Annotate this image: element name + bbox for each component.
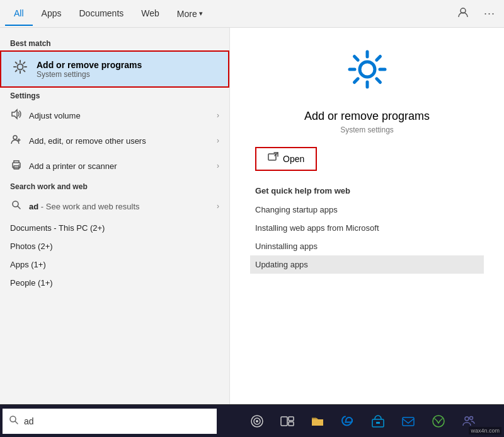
svg-point-6 [18, 165, 20, 166]
people-category[interactable]: People (1+) [0, 274, 229, 292]
tab-more[interactable]: More ▾ [168, 3, 212, 25]
svg-rect-14 [281, 417, 287, 426]
chevron-down-icon: ▾ [199, 9, 203, 18]
person-icon[interactable] [454, 3, 472, 25]
tab-documents[interactable]: Documents [70, 2, 132, 26]
taskbar-search-input[interactable] [24, 416, 210, 426]
settings-label: Settings [0, 88, 229, 103]
best-match-title: Add or remove programs [37, 60, 142, 70]
left-panel: Best match Add or remove programs System… [0, 28, 230, 404]
add-printer-item[interactable]: Add a printer or scanner › [0, 153, 229, 178]
quick-help-section: Get quick help from web Changing startup… [243, 186, 491, 274]
volume-icon [10, 108, 23, 122]
quick-help-item-3[interactable]: Updating apps [250, 255, 484, 274]
add-users-label: Add, edit, or remove other users [29, 136, 210, 146]
search-web-icon [10, 199, 23, 213]
taskbar-search-icon [9, 415, 19, 428]
add-printer-label: Add a printer or scanner [29, 161, 210, 171]
right-panel: Add or remove programs System settings O… [230, 28, 504, 404]
quick-help-item-1[interactable]: Installing web apps from Microsoft [255, 219, 479, 237]
taskbar [0, 404, 504, 437]
watermark: wax4n.com [469, 427, 501, 434]
open-button[interactable]: Open [255, 147, 317, 171]
top-nav: All Apps Documents Web More ▾ ··· [0, 0, 504, 28]
add-users-item[interactable]: Add, edit, or remove other users › [0, 128, 229, 153]
svg-point-1 [18, 64, 23, 70]
documents-category[interactable]: Documents - This PC (2+) [0, 219, 229, 237]
svg-point-20 [433, 416, 444, 427]
svg-point-13 [256, 420, 258, 422]
gear-large-icon [345, 47, 390, 102]
nav-actions: ··· [454, 3, 499, 25]
svg-rect-9 [268, 154, 276, 160]
svg-point-21 [465, 417, 469, 421]
cortana-icon[interactable] [243, 407, 271, 435]
open-label: Open [283, 154, 304, 164]
quick-help-title: Get quick help from web [255, 186, 479, 195]
mail-icon[interactable] [394, 407, 422, 435]
chevron-right-icon-volume: › [217, 111, 219, 120]
best-match-label: Best match [0, 35, 229, 50]
svg-rect-15 [289, 417, 294, 421]
documents-label: Documents - This PC (2+) [10, 223, 105, 233]
people-label: People (1+) [10, 278, 53, 288]
right-subtitle: System settings [340, 125, 394, 134]
chevron-right-icon-printer: › [217, 161, 219, 170]
svg-rect-16 [289, 422, 294, 426]
photos-category[interactable]: Photos (2+) [0, 237, 229, 255]
apps-category[interactable]: Apps (1+) [0, 255, 229, 274]
taskbar-icons [222, 407, 504, 435]
apps-label: Apps (1+) [10, 260, 46, 269]
file-explorer-icon[interactable] [304, 407, 331, 435]
open-icon [268, 152, 279, 166]
tab-web[interactable]: Web [132, 2, 168, 26]
task-view-icon[interactable] [273, 407, 301, 435]
adjust-volume-label: Adjust volume [29, 111, 210, 120]
gear-small-icon [11, 58, 29, 80]
taskbar-search-box[interactable] [3, 409, 217, 434]
edge-icon[interactable] [334, 407, 362, 435]
svg-marker-2 [12, 110, 17, 119]
quick-help-item-2[interactable]: Uninstalling apps [255, 237, 479, 255]
svg-point-8 [360, 62, 375, 77]
users-icon [10, 134, 23, 148]
svg-point-3 [13, 136, 17, 139]
ellipsis-icon[interactable]: ··· [480, 3, 499, 24]
main-content: Best match Add or remove programs System… [0, 28, 504, 404]
tab-all[interactable]: All [5, 2, 33, 26]
nav-tabs: All Apps Documents Web More ▾ [5, 2, 212, 26]
quick-help-item-0[interactable]: Changing startup apps [255, 201, 479, 219]
tab-apps[interactable]: Apps [33, 2, 71, 26]
best-match-item[interactable]: Add or remove programs System settings [0, 50, 229, 88]
best-match-subtitle: System settings [37, 70, 142, 79]
search-web-item[interactable]: ad - See work and web results › [0, 194, 229, 219]
chevron-right-icon-search: › [217, 202, 219, 211]
svg-point-22 [470, 416, 473, 419]
right-title: Add or remove programs [304, 110, 430, 123]
photos-label: Photos (2+) [10, 242, 53, 251]
search-web-label: Search work and web [0, 178, 229, 194]
xbox-icon[interactable] [425, 407, 452, 435]
search-web-text: ad - See work and web results [29, 202, 210, 211]
store-icon[interactable] [364, 407, 392, 435]
chevron-right-icon-users: › [217, 136, 219, 145]
printer-icon [10, 159, 23, 173]
adjust-volume-item[interactable]: Adjust volume › [0, 103, 229, 128]
svg-rect-18 [376, 422, 380, 424]
svg-rect-19 [403, 417, 414, 426]
